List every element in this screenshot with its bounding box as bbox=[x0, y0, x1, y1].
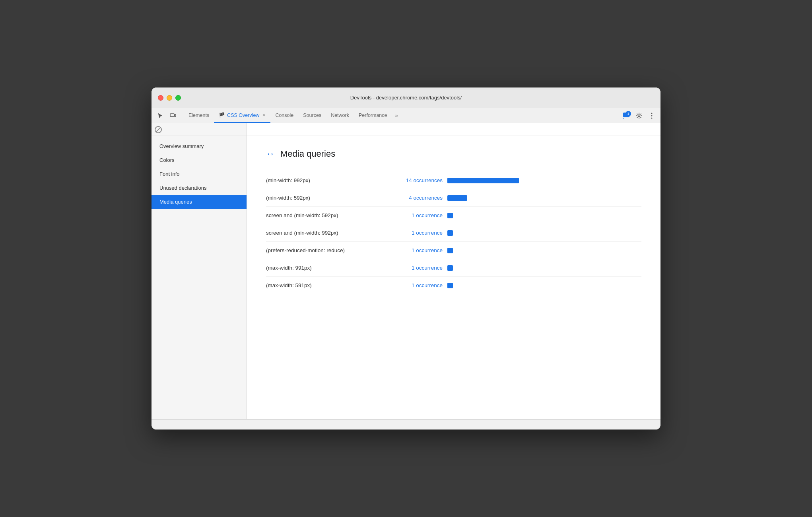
mq-dot bbox=[447, 248, 453, 253]
tab-css-overview-icon: 🏴 bbox=[219, 112, 225, 118]
mq-query-text: (max-width: 591px) bbox=[266, 282, 385, 288]
traffic-lights bbox=[158, 95, 181, 101]
chat-badge: 1 bbox=[626, 111, 631, 117]
mq-dot bbox=[447, 265, 453, 271]
tab-network-label: Network bbox=[331, 113, 349, 118]
tab-elements-label: Elements bbox=[188, 113, 209, 118]
tab-css-overview[interactable]: 🏴 CSS Overview ✕ bbox=[214, 108, 270, 123]
sidebar-item-colors-label: Colors bbox=[159, 157, 175, 163]
mq-dot bbox=[447, 213, 453, 218]
settings-button[interactable] bbox=[633, 110, 645, 121]
main-toolbar bbox=[247, 123, 660, 136]
mq-row-right: 4 occurrences bbox=[395, 195, 641, 201]
sidebar-item-font-info-label: Font info bbox=[159, 171, 180, 177]
mq-count[interactable]: 14 occurrences bbox=[395, 177, 443, 183]
mq-count[interactable]: 1 occurrence bbox=[395, 212, 443, 218]
section-header: ↔ Media queries bbox=[266, 149, 641, 159]
bottom-bar bbox=[152, 419, 660, 430]
tabs-list: Elements 🏴 CSS Overview ✕ Console Source… bbox=[184, 108, 618, 123]
tab-actions: 1 bbox=[618, 108, 660, 123]
svg-point-4 bbox=[651, 113, 653, 114]
svg-point-3 bbox=[638, 115, 640, 117]
svg-rect-0 bbox=[170, 114, 174, 117]
section-title: Media queries bbox=[280, 149, 335, 159]
svg-point-6 bbox=[651, 117, 653, 119]
tab-elements[interactable]: Elements bbox=[184, 108, 214, 123]
minimize-button[interactable] bbox=[167, 95, 172, 101]
media-queries-list: (min-width: 992px)14 occurrences(min-wid… bbox=[266, 172, 641, 294]
mq-bar-container bbox=[447, 230, 641, 236]
mq-dot bbox=[447, 283, 453, 288]
mq-query-text: screen and (min-width: 592px) bbox=[266, 212, 385, 218]
close-button[interactable] bbox=[158, 95, 163, 101]
media-queries-icon: ↔ bbox=[266, 149, 275, 159]
tab-console[interactable]: Console bbox=[270, 108, 298, 123]
maximize-button[interactable] bbox=[175, 95, 181, 101]
mq-row-right: 1 occurrence bbox=[395, 230, 641, 236]
media-query-row: (min-width: 992px)14 occurrences bbox=[266, 172, 641, 189]
toolbar-icons bbox=[155, 108, 182, 123]
sidebar-item-overview-summary-label: Overview summary bbox=[159, 143, 204, 149]
mq-query-text: (min-width: 592px) bbox=[266, 195, 385, 201]
sidebar-item-overview-summary[interactable]: Overview summary bbox=[152, 139, 247, 153]
prohibited-icon[interactable] bbox=[155, 126, 162, 133]
mq-query-text: (prefers-reduced-motion: reduce) bbox=[266, 247, 385, 253]
mq-query-text: (min-width: 992px) bbox=[266, 177, 385, 183]
main-panel: ↔ Media queries (min-width: 992px)14 occ… bbox=[247, 123, 660, 419]
mq-bar-container bbox=[447, 178, 641, 183]
titlebar: DevTools - developer.chrome.com/tags/dev… bbox=[152, 87, 660, 108]
tab-sources[interactable]: Sources bbox=[298, 108, 326, 123]
mq-bar-container bbox=[447, 283, 641, 288]
mq-row-right: 1 occurrence bbox=[395, 265, 641, 271]
mq-bar bbox=[447, 195, 467, 201]
tab-network[interactable]: Network bbox=[326, 108, 354, 123]
sidebar-item-unused-declarations[interactable]: Unused declarations bbox=[152, 181, 247, 195]
mq-bar-container bbox=[447, 248, 641, 253]
media-query-row: screen and (min-width: 592px)1 occurrenc… bbox=[266, 207, 641, 224]
tabbar: Elements 🏴 CSS Overview ✕ Console Source… bbox=[152, 108, 660, 123]
device-toggle-icon[interactable] bbox=[167, 110, 179, 121]
window-title: DevTools - developer.chrome.com/tags/dev… bbox=[350, 95, 462, 101]
mq-dot bbox=[447, 230, 453, 236]
mq-row-right: 14 occurrences bbox=[395, 177, 641, 183]
mq-row-right: 1 occurrence bbox=[395, 282, 641, 288]
sidebar-toolbar bbox=[152, 123, 247, 136]
main-content: ↔ Media queries (min-width: 992px)14 occ… bbox=[247, 136, 660, 419]
sidebar-item-font-info[interactable]: Font info bbox=[152, 167, 247, 181]
sidebar: Overview summary Colors Font info Unused… bbox=[152, 123, 247, 419]
more-options-button[interactable] bbox=[646, 110, 657, 121]
more-tabs-button[interactable]: » bbox=[392, 108, 401, 123]
mq-count[interactable]: 1 occurrence bbox=[395, 230, 443, 236]
tab-performance[interactable]: Performance bbox=[354, 108, 392, 123]
media-query-row: (min-width: 592px)4 occurrences bbox=[266, 189, 641, 207]
mq-bar-container bbox=[447, 265, 641, 271]
tab-console-label: Console bbox=[275, 113, 293, 118]
sidebar-item-media-queries-label: Media queries bbox=[159, 199, 192, 205]
tab-css-overview-label: CSS Overview bbox=[227, 113, 259, 118]
mq-query-text: (max-width: 991px) bbox=[266, 265, 385, 271]
mq-row-right: 1 occurrence bbox=[395, 247, 641, 253]
mq-count[interactable]: 1 occurrence bbox=[395, 265, 443, 271]
mq-count[interactable]: 1 occurrence bbox=[395, 247, 443, 253]
media-query-row: screen and (min-width: 992px)1 occurrenc… bbox=[266, 224, 641, 242]
mq-bar bbox=[447, 178, 519, 183]
sidebar-item-media-queries[interactable]: Media queries bbox=[152, 195, 247, 209]
tab-performance-label: Performance bbox=[359, 113, 387, 118]
sidebar-item-colors[interactable]: Colors bbox=[152, 153, 247, 167]
content: Overview summary Colors Font info Unused… bbox=[152, 123, 660, 419]
chat-button[interactable]: 1 bbox=[621, 110, 632, 121]
mq-bar-container bbox=[447, 195, 641, 201]
mq-bar-container bbox=[447, 213, 641, 218]
media-query-row: (max-width: 591px)1 occurrence bbox=[266, 277, 641, 294]
svg-rect-1 bbox=[175, 115, 176, 117]
mq-count[interactable]: 1 occurrence bbox=[395, 282, 443, 288]
tab-sources-label: Sources bbox=[303, 113, 321, 118]
devtools-window: DevTools - developer.chrome.com/tags/dev… bbox=[152, 87, 660, 430]
mq-count[interactable]: 4 occurrences bbox=[395, 195, 443, 201]
cursor-icon[interactable] bbox=[155, 110, 166, 121]
svg-point-5 bbox=[651, 115, 653, 116]
media-query-row: (prefers-reduced-motion: reduce)1 occurr… bbox=[266, 242, 641, 259]
sidebar-nav: Overview summary Colors Font info Unused… bbox=[152, 136, 247, 419]
mq-query-text: screen and (min-width: 992px) bbox=[266, 230, 385, 236]
tab-css-overview-close[interactable]: ✕ bbox=[262, 113, 266, 117]
